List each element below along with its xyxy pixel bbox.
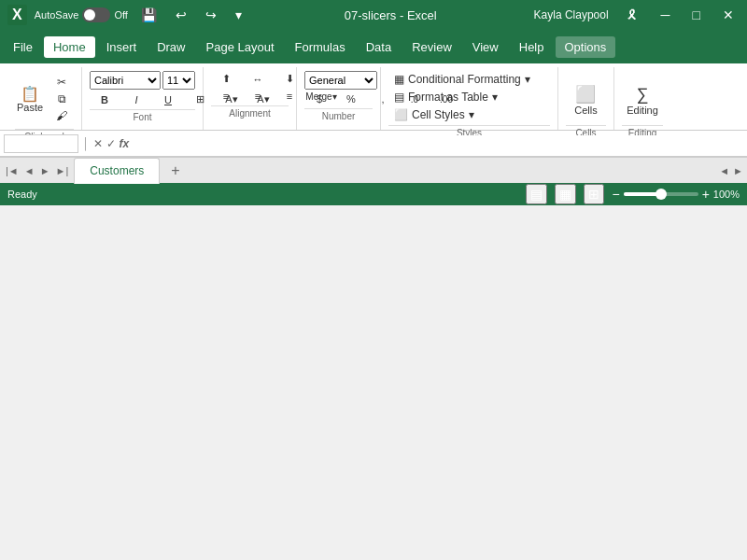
italic-button[interactable]: I bbox=[121, 92, 151, 107]
sheet-tab-customers[interactable]: Customers bbox=[74, 158, 160, 184]
close-button[interactable]: ✕ bbox=[717, 6, 740, 24]
zoom-controls: − + 100% bbox=[612, 187, 740, 202]
tab-nav-controls: |◄ ◄ ► ►| bbox=[0, 163, 74, 178]
formula-cancel[interactable]: ✕ bbox=[93, 137, 103, 150]
left-align-button[interactable]: ≡ bbox=[211, 89, 241, 104]
menu-help[interactable]: Help bbox=[510, 36, 554, 58]
sheet-scroll-left[interactable]: ◄ bbox=[719, 165, 729, 176]
file-title: 07-slicers - Excel bbox=[345, 8, 437, 22]
format-painter-button[interactable]: 🖌 bbox=[47, 108, 77, 123]
menu-options[interactable]: Options bbox=[556, 36, 616, 58]
ribbon: 📋 Paste ✂ ⧉ 🖌 Clipboard Calibri 11 B bbox=[0, 63, 747, 131]
toggle-dot bbox=[84, 9, 95, 21]
redo-button[interactable]: ↪ bbox=[200, 6, 222, 24]
name-box[interactable] bbox=[4, 134, 78, 153]
zoom-slider[interactable] bbox=[624, 192, 698, 196]
page-layout-view-button[interactable]: ▦ bbox=[555, 184, 576, 204]
tab-nav-next[interactable]: ► bbox=[38, 163, 52, 178]
undo-button[interactable]: ↩ bbox=[170, 6, 192, 24]
number-format-select[interactable]: General bbox=[304, 71, 377, 90]
sheet-scroll-right[interactable]: ► bbox=[733, 165, 743, 176]
menu-bar: File Home Insert Draw Page Layout Formul… bbox=[0, 30, 747, 63]
username: Kayla Claypool bbox=[534, 8, 609, 21]
formula-confirm[interactable]: ✓ bbox=[106, 137, 116, 150]
autosave-toggle[interactable]: AutoSave Off bbox=[35, 7, 128, 22]
menu-view[interactable]: View bbox=[463, 36, 508, 58]
tab-nav-prev[interactable]: ◄ bbox=[22, 163, 36, 178]
save-button[interactable]: 💾 bbox=[135, 6, 162, 24]
autosave-label: AutoSave bbox=[35, 9, 79, 21]
cut-button[interactable]: ✂ bbox=[47, 75, 77, 90]
formula-divider: │ bbox=[82, 137, 90, 150]
top-align-button[interactable]: ⬆ bbox=[211, 71, 241, 87]
zoom-level: 100% bbox=[713, 189, 740, 200]
menu-draw[interactable]: Draw bbox=[148, 36, 194, 58]
cells-icon: ⬜ bbox=[575, 84, 596, 105]
center-align-button[interactable]: ≡ bbox=[243, 89, 273, 104]
autosave-toggle-switch[interactable] bbox=[82, 7, 110, 22]
title-bar: X AutoSave Off 💾 ↩ ↪ ▾ 07-slicers - Exce… bbox=[0, 0, 747, 30]
alignment-group: ⬆ ↔ ⬇ Wrap ≡ ≡ ≡ Merge▾ Alignment bbox=[204, 67, 297, 130]
title-bar-left: X AutoSave Off 💾 ↩ ↪ ▾ bbox=[7, 5, 247, 25]
tab-nav-first[interactable]: |◄ bbox=[4, 163, 21, 178]
sheet-scroll-controls: ◄ ► bbox=[715, 165, 747, 176]
middle-align-button[interactable]: ↔ bbox=[243, 71, 273, 87]
formula-input[interactable] bbox=[133, 135, 743, 152]
editing-button[interactable]: ∑ Editing bbox=[622, 77, 663, 123]
cells-group: ⬜ Cells Cells bbox=[558, 67, 614, 130]
font-family-select[interactable]: Calibri bbox=[90, 71, 161, 90]
ribbon-collapse-button[interactable]: 🎗 bbox=[620, 6, 644, 24]
percent-button[interactable]: % bbox=[336, 91, 366, 106]
normal-view-button[interactable]: ▤ bbox=[526, 184, 547, 204]
add-sheet-button[interactable]: + bbox=[163, 159, 187, 183]
currency-button[interactable]: $ bbox=[304, 91, 334, 106]
menu-review[interactable]: Review bbox=[402, 36, 461, 58]
menu-page-layout[interactable]: Page Layout bbox=[197, 36, 284, 58]
menu-insert[interactable]: Insert bbox=[97, 36, 147, 58]
zoom-out-button[interactable]: − bbox=[612, 187, 619, 202]
paste-label: Paste bbox=[17, 102, 43, 113]
menu-file[interactable]: File bbox=[4, 36, 42, 58]
page-break-view-button[interactable]: ⊞ bbox=[584, 184, 604, 204]
conditional-formatting-label: Conditional Formatting bbox=[408, 73, 521, 86]
conditional-formatting-button[interactable]: ▦ Conditional Formatting ▾ bbox=[388, 71, 550, 88]
menu-formulas[interactable]: Formulas bbox=[286, 36, 355, 58]
tab-nav-last[interactable]: ►| bbox=[54, 163, 71, 178]
editing-group: ∑ Editing Editing bbox=[614, 67, 670, 130]
minimize-button[interactable]: ─ bbox=[655, 6, 676, 24]
zoom-slider-thumb[interactable] bbox=[655, 189, 667, 200]
cells-button[interactable]: ⬜ Cells bbox=[570, 77, 601, 123]
status-bar-right: ▤ ▦ ⊞ − + 100% bbox=[526, 184, 740, 204]
font-label: Font bbox=[90, 109, 195, 122]
sheet-tab-customers-label: Customers bbox=[90, 164, 144, 177]
customize-button[interactable]: ▾ bbox=[230, 6, 247, 24]
font-size-select[interactable]: 11 bbox=[162, 71, 195, 90]
copy-button[interactable]: ⧉ bbox=[47, 91, 77, 106]
status-bar: Ready ▤ ▦ ⊞ − + 100% bbox=[0, 183, 747, 205]
cells-label: Cells bbox=[574, 105, 597, 116]
conditional-formatting-arrow: ▾ bbox=[525, 73, 530, 86]
formula-insert-function[interactable]: fx bbox=[120, 137, 130, 150]
status-ready: Ready bbox=[7, 189, 37, 200]
formula-bar: │ ✕ ✓ fx bbox=[0, 131, 747, 157]
number-label: Number bbox=[304, 108, 373, 121]
clipboard-group: 📋 Paste ✂ ⧉ 🖌 Clipboard bbox=[7, 67, 82, 130]
conditional-formatting-icon: ▦ bbox=[394, 73, 404, 86]
format-as-table-button[interactable]: ▤ Format as Table ▾ bbox=[388, 89, 550, 105]
cell-styles-button[interactable]: ⬜ Cell Styles ▾ bbox=[388, 106, 550, 123]
zoom-in-button[interactable]: + bbox=[702, 187, 710, 202]
menu-data[interactable]: Data bbox=[357, 36, 401, 58]
maximize-button[interactable]: □ bbox=[687, 6, 706, 24]
editing-label: Editing bbox=[627, 105, 658, 116]
status-bar-left: Ready bbox=[7, 189, 37, 200]
autosave-state: Off bbox=[114, 9, 127, 21]
cell-styles-arrow: ▾ bbox=[469, 108, 474, 121]
excel-logo: X bbox=[7, 5, 27, 25]
menu-home[interactable]: Home bbox=[44, 36, 95, 58]
bold-button[interactable]: B bbox=[90, 92, 120, 107]
paste-button[interactable]: 📋 Paste bbox=[15, 73, 45, 127]
underline-button[interactable]: U bbox=[153, 92, 183, 107]
alignment-label: Alignment bbox=[211, 105, 289, 119]
format-table-arrow: ▾ bbox=[492, 91, 498, 104]
title-bar-right: Kayla Claypool 🎗 ─ □ ✕ bbox=[534, 6, 740, 24]
